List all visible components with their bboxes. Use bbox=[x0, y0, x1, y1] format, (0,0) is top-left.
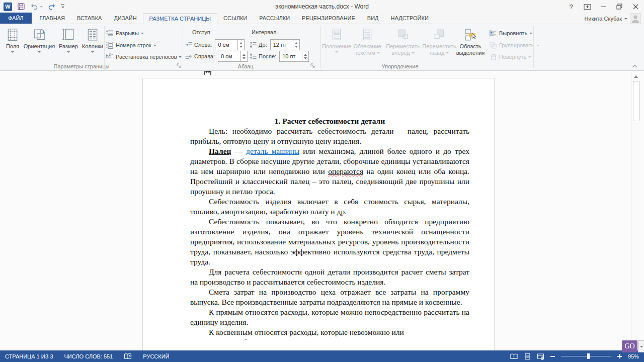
web-layout-button[interactable] bbox=[537, 353, 544, 360]
send-backward-button[interactable]: Переместить назад bbox=[423, 27, 456, 56]
indent-right-spinner[interactable] bbox=[241, 51, 248, 62]
spacing-after-spinner[interactable] bbox=[302, 51, 309, 62]
ribbon-display-options-button[interactable] bbox=[581, 1, 594, 12]
proofing-errors-icon[interactable] bbox=[124, 353, 132, 360]
line-numbers-label: Номера строк bbox=[116, 42, 151, 49]
status-bar: СТРАНИЦА 1 ИЗ 3 ЧИСЛО СЛОВ: 551 РУССКИЙ bbox=[0, 350, 644, 362]
wrap-text-button[interactable]: Обтекание текстом bbox=[351, 27, 383, 56]
indent-left-input[interactable]: 0 см bbox=[215, 39, 238, 50]
spacing-before-spinner[interactable] bbox=[293, 39, 300, 50]
save-button[interactable] bbox=[17, 3, 25, 11]
tab-view[interactable]: ВИД bbox=[361, 13, 385, 24]
columns-button[interactable]: Колонки bbox=[82, 27, 104, 54]
customize-qat-button[interactable] bbox=[61, 4, 64, 10]
minimize-button[interactable] bbox=[597, 1, 610, 12]
go-dropdown-button[interactable] bbox=[638, 340, 644, 352]
orientation-button[interactable]: Ориентация bbox=[24, 27, 55, 54]
breaks-button[interactable]: Разрывы bbox=[106, 28, 144, 38]
scroll-up-button[interactable] bbox=[632, 73, 640, 80]
indent-left-label: Слева: bbox=[194, 42, 212, 48]
page-setup-dialog-launcher[interactable] bbox=[176, 63, 182, 68]
tab-home[interactable]: ГЛАВНАЯ bbox=[34, 13, 71, 24]
indent-right-icon bbox=[185, 53, 192, 60]
tab-file[interactable]: ФАЙЛ bbox=[0, 13, 32, 24]
restore-icon bbox=[616, 4, 622, 10]
group-objects-icon bbox=[489, 41, 497, 49]
rotate-icon bbox=[489, 53, 497, 61]
tab-references[interactable]: ССЫЛКИ bbox=[217, 13, 253, 24]
collapse-ribbon-button[interactable] bbox=[632, 64, 637, 68]
zoom-slider[interactable] bbox=[561, 356, 611, 356]
bring-forward-button[interactable]: Переместить вперед bbox=[384, 27, 422, 56]
indent-right-label: Справа: bbox=[194, 53, 215, 59]
chevron-down-icon bbox=[67, 51, 70, 54]
position-button[interactable]: Положение bbox=[323, 27, 350, 54]
zoom-level[interactable]: 95% bbox=[628, 353, 639, 359]
size-button[interactable]: Размер bbox=[56, 27, 80, 54]
word-window: W экономическая часть.d bbox=[0, 0, 644, 362]
size-label: Размер bbox=[59, 43, 78, 50]
tab-addins[interactable]: НАДСТРОЙКИ bbox=[385, 13, 435, 24]
selection-pane-label-1: Область bbox=[459, 43, 481, 50]
tab-mailings[interactable]: РАССЫЛКИ bbox=[253, 13, 296, 24]
wrap-text-label-1: Обтекание bbox=[353, 43, 381, 50]
indent-right-input[interactable]: 0 см bbox=[218, 51, 241, 62]
read-mode-button[interactable] bbox=[510, 353, 518, 360]
undo-button[interactable] bbox=[30, 3, 43, 11]
hyphenation-button[interactable]: bca- Расстановка переносов bbox=[106, 52, 182, 62]
group-label-arrange: Упорядочение bbox=[382, 63, 419, 69]
align-button[interactable]: Выровнять bbox=[489, 28, 532, 38]
undo-dropdown-icon[interactable] bbox=[40, 6, 43, 9]
size-icon bbox=[62, 28, 75, 41]
send-backward-icon bbox=[433, 28, 445, 41]
account-area[interactable]: Никита Скубак bbox=[584, 13, 641, 24]
help-button[interactable]: ? bbox=[565, 1, 578, 12]
chevron-down-icon bbox=[377, 52, 380, 55]
spacing-after-icon bbox=[250, 53, 257, 60]
doc-hyperlink[interactable]: деталь машины bbox=[246, 147, 299, 155]
redo-button[interactable] bbox=[48, 3, 56, 11]
go-button[interactable]: GO bbox=[622, 340, 637, 352]
document-page[interactable]: 1. Расчет себестоимости детали Цель: нео… bbox=[142, 78, 495, 350]
zoom-in-button[interactable] bbox=[617, 354, 622, 358]
margins-button[interactable]: Поля bbox=[3, 27, 23, 54]
group-label-paragraph: Абзац bbox=[238, 63, 254, 69]
indent-left-spinner[interactable] bbox=[238, 39, 245, 50]
rotate-button[interactable]: Повернуть bbox=[489, 52, 531, 62]
tab-insert[interactable]: ВСТАВКА bbox=[71, 13, 108, 24]
position-icon bbox=[331, 28, 343, 41]
breaks-icon bbox=[106, 29, 114, 37]
status-word-count[interactable]: ЧИСЛО СЛОВ: 551 bbox=[64, 353, 113, 359]
selection-pane-button[interactable]: Область выделения bbox=[457, 27, 484, 56]
align-icon bbox=[489, 29, 497, 37]
spacing-after-input[interactable]: 10 пт bbox=[279, 51, 302, 62]
spacing-after-label: После: bbox=[259, 53, 276, 59]
document-area: 1. Расчет себестоимости детали Цель: нео… bbox=[0, 71, 644, 350]
scrollbar-thumb[interactable] bbox=[633, 81, 639, 121]
wrap-text-icon bbox=[361, 28, 373, 41]
bring-forward-label-1: Переместить bbox=[386, 43, 420, 50]
paragraph-dialog-launcher[interactable] bbox=[310, 63, 315, 68]
document-title: экономическая часть.docx - Word bbox=[0, 3, 644, 10]
print-layout-button[interactable] bbox=[524, 353, 531, 360]
doc-term-bold: Палец bbox=[209, 147, 231, 155]
status-page-indicator[interactable]: СТРАНИЦА 1 ИЗ 3 bbox=[5, 353, 53, 359]
go-widget[interactable]: GO bbox=[622, 340, 644, 352]
tab-review[interactable]: РЕЦЕНЗИРОВАНИЕ bbox=[296, 13, 361, 24]
spacing-before-input[interactable]: 12 пт bbox=[270, 39, 293, 50]
undo-icon bbox=[30, 3, 38, 11]
doc-paragraph: Себестоимость показывает, во что конкрет… bbox=[190, 217, 469, 267]
zoom-slider-thumb[interactable] bbox=[587, 353, 590, 359]
indent-left-icon bbox=[185, 41, 192, 48]
tab-design[interactable]: ДИЗАЙН bbox=[108, 13, 142, 24]
status-language[interactable]: РУССКИЙ bbox=[143, 353, 169, 359]
restore-button[interactable] bbox=[613, 1, 626, 12]
line-numbers-icon bbox=[106, 41, 114, 49]
group-button[interactable]: Группировать bbox=[489, 40, 539, 50]
zoom-out-button[interactable] bbox=[550, 356, 555, 357]
align-label: Выровнять bbox=[499, 30, 527, 37]
close-button[interactable] bbox=[629, 1, 642, 12]
line-numbers-button[interactable]: Номера строк bbox=[106, 40, 156, 50]
tab-page-layout[interactable]: РАЗМЕТКА СТРАНИЦЫ bbox=[143, 13, 217, 24]
columns-icon bbox=[86, 28, 99, 41]
